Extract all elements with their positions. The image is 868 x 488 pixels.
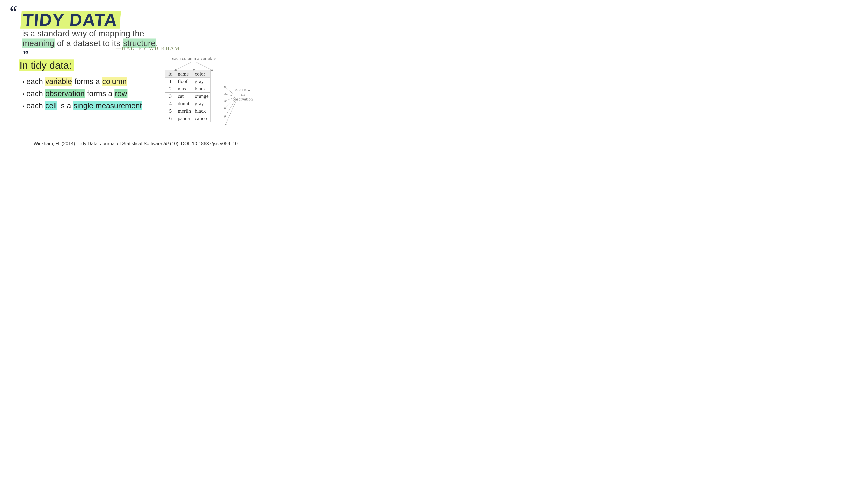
arrows-columns-icon <box>165 61 225 72</box>
table-cell: 4 <box>165 100 176 107</box>
subhead: In tidy data: <box>19 59 74 71</box>
table-cell: panda <box>176 115 193 122</box>
open-quote-icon: “ <box>10 7 17 15</box>
quote-attribution: —HADLEY WICKHAM <box>116 45 180 51</box>
bullet-highlight: column <box>102 77 127 86</box>
table-cell: black <box>193 85 211 93</box>
table-cell: floof <box>176 78 193 85</box>
table-row: 2maxblack <box>165 85 211 93</box>
table-cell: 2 <box>165 85 176 93</box>
table-cell: 1 <box>165 78 176 85</box>
table-cell: max <box>176 85 193 93</box>
table-cell: 3 <box>165 93 176 100</box>
table-cell: 6 <box>165 115 176 122</box>
subhead-text: In tidy data: <box>19 60 74 71</box>
bullet-highlight: cell <box>45 101 57 110</box>
annotation-rows: each row an observation <box>228 87 257 101</box>
table-row: 4donutgray <box>165 100 211 107</box>
table-cell: calico <box>193 115 211 122</box>
bullet-dot-icon <box>23 81 24 83</box>
bullet-highlight: row <box>115 89 127 98</box>
table-cell: 5 <box>165 107 176 115</box>
citation-vol: 59 <box>163 141 169 146</box>
citation: Wickham, H. (2014). Tidy Data. Journal o… <box>0 141 271 147</box>
table-row: 5merlinblack <box>165 107 211 115</box>
bullet-item: each cell is a single measurement <box>23 100 142 111</box>
headline-text: is a standard way of mapping the meaning… <box>22 29 163 58</box>
table-cell: black <box>193 107 211 115</box>
table-area: each column a variable idnamecolor 1floo… <box>165 70 211 122</box>
table-cell: gray <box>193 100 211 107</box>
table-cell: cat <box>176 93 193 100</box>
citation-post: (10). DOI: 10.18637/jss.v059.i10 <box>169 141 238 146</box>
table-cell: donut <box>176 100 193 107</box>
table-row: 1floofgray <box>165 78 211 85</box>
anno-right-l2: an <box>241 92 245 97</box>
bullet-highlight: observation <box>45 89 85 98</box>
title-tidy-data: TIDY DATA <box>21 11 121 29</box>
quote-hl-meaning: meaning <box>22 38 55 48</box>
annotation-columns: each column a variable <box>165 56 223 61</box>
table-cell: orange <box>193 93 211 100</box>
bullet-dot-icon <box>23 105 24 107</box>
anno-right-l1: each row <box>235 87 250 92</box>
bullet-dot-icon <box>23 93 24 95</box>
table-row: 3catorange <box>165 93 211 100</box>
example-table: idnamecolor 1floofgray2maxblack3catorang… <box>165 70 211 122</box>
bullet-highlight: variable <box>45 77 72 86</box>
table-cell: gray <box>193 78 211 85</box>
bullet-item: each observation forms a row <box>23 88 142 99</box>
bullet-list: each variable forms a columneach observa… <box>23 75 142 112</box>
bullet-highlight: single measurement <box>73 101 142 110</box>
table-row: 6pandacalico <box>165 115 211 122</box>
anno-right-l3: observation <box>232 97 253 101</box>
citation-pre: Wickham, H. (2014). Tidy Data. Journal o… <box>34 141 163 146</box>
table-cell: merlin <box>176 107 193 115</box>
bullet-item: each variable forms a column <box>23 75 142 87</box>
